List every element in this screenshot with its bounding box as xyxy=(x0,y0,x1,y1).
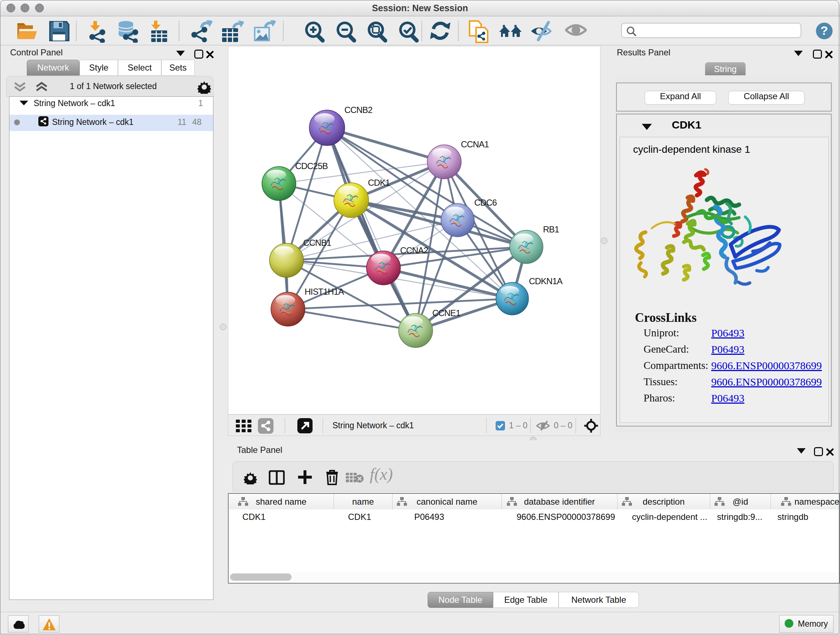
svg-text:CCNB1: CCNB1 xyxy=(303,238,332,248)
svg-text:CDKN1A: CDKN1A xyxy=(529,276,562,286)
svg-text:CCNA2: CCNA2 xyxy=(400,245,428,255)
svg-text:CDC6: CDC6 xyxy=(474,198,497,207)
svg-text:RB1: RB1 xyxy=(543,225,559,234)
svg-text:CCNA1: CCNA1 xyxy=(461,139,489,149)
svg-text:CCNB2: CCNB2 xyxy=(344,105,373,115)
svg-text:CDK1: CDK1 xyxy=(368,178,390,187)
svg-text:CDC25B: CDC25B xyxy=(295,161,328,171)
svg-text:?: ? xyxy=(821,24,828,37)
svg-text:CCNE1: CCNE1 xyxy=(432,308,461,318)
svg-text:HIST1H1A: HIST1H1A xyxy=(305,287,344,296)
